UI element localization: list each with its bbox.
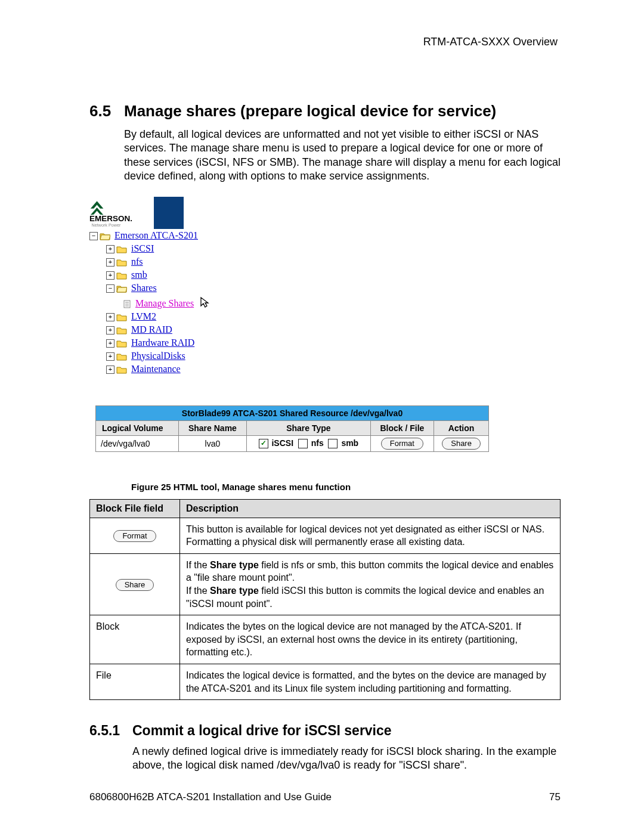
tree-item-iscsi[interactable]: + iSCSI (89, 242, 561, 255)
folder-open-icon (116, 284, 127, 293)
folder-icon (116, 313, 127, 321)
folder-icon (116, 245, 127, 253)
plus-icon[interactable]: + (106, 339, 114, 348)
desc-text-share: If the Share type field is nfs or smb, t… (180, 553, 561, 615)
col-share-name: Share Name (178, 420, 247, 435)
subsection-title: Commit a logical drive for iSCSI service (132, 723, 392, 738)
tree-item-label[interactable]: Hardware RAID (131, 337, 194, 348)
label-smb: smb (341, 438, 358, 448)
running-head: RTM-ATCA-SXXX Overview (89, 36, 561, 48)
resource-table: StorBlade99 ATCA-S201 Shared Resource /d… (95, 405, 489, 452)
tree-item-label[interactable]: PhysicalDisks (131, 351, 185, 361)
plus-icon[interactable]: + (106, 326, 114, 335)
nav-banner-block (154, 197, 184, 229)
tree-item-hwraid[interactable]: + Hardware RAID (89, 336, 561, 349)
tree-item-nfs[interactable]: + nfs (89, 255, 561, 268)
plus-icon[interactable]: + (106, 313, 114, 321)
description-table: Block File field Description Format This… (89, 499, 561, 701)
tree-item-selected-label[interactable]: Manage Shares (135, 298, 194, 308)
plus-icon[interactable]: + (106, 352, 114, 361)
tree-item-label[interactable]: iSCSI (131, 243, 154, 253)
share-button[interactable]: Share (442, 438, 481, 450)
desc-key-format: Format (90, 518, 180, 553)
tree-item-label[interactable]: Maintenance (131, 364, 181, 374)
desc-head-description: Description (180, 499, 561, 518)
tree-item-label[interactable]: nfs (131, 256, 143, 267)
folder-open-icon (100, 232, 110, 240)
cell-action: Share (434, 435, 489, 451)
folder-icon (116, 271, 127, 280)
svg-text:Network Power: Network Power (92, 222, 121, 227)
tree-item-label[interactable]: smb (131, 270, 147, 280)
cell-share-type: ✓ iSCSI nfs smb (247, 435, 370, 451)
plus-icon[interactable]: + (106, 366, 114, 374)
footer-page-number: 75 (549, 791, 561, 803)
plus-icon[interactable]: + (106, 271, 114, 280)
text-bold: Share type (210, 560, 259, 570)
section-title: Manage shares (prepare logical device fo… (124, 102, 496, 120)
checkbox-nfs[interactable] (298, 439, 308, 448)
plus-icon[interactable]: + (106, 258, 114, 267)
folder-icon (116, 366, 127, 374)
desc-text-file: Indicates the logical device is formatte… (180, 664, 561, 699)
col-logical-volume: Logical Volume (96, 420, 179, 435)
nav-tree: EMERSON. Network Power − Emerson ATCA-S2… (89, 197, 561, 376)
plus-icon[interactable]: + (106, 245, 114, 253)
section-number: 6.5 (89, 102, 124, 120)
text: If the (186, 586, 210, 596)
section-paragraph: By default, all logical devices are unfo… (124, 128, 561, 184)
desc-key-block: Block (90, 615, 180, 664)
subsection-heading: 6.5.1Commit a logical drive for iSCSI se… (89, 723, 561, 739)
cell-block-file: Format (370, 435, 434, 451)
tree-root-label[interactable]: Emerson ATCA-S201 (114, 230, 198, 240)
tree-item-label[interactable]: Shares (131, 283, 157, 293)
subsection-number: 6.5.1 (89, 723, 132, 739)
desc-head-field: Block File field (90, 499, 180, 518)
section-heading: 6.5Manage shares (prepare logical device… (89, 102, 561, 120)
tree-item-smb[interactable]: + smb (89, 268, 561, 281)
tree-item-label[interactable]: LVM2 (131, 311, 156, 321)
minus-icon[interactable]: − (106, 284, 114, 293)
emerson-logo: EMERSON. Network Power (89, 199, 143, 227)
tree-item-lvm2[interactable]: + LVM2 (89, 310, 561, 323)
text: If the (186, 560, 210, 570)
text-bold: Share type (210, 586, 259, 596)
desc-key-share: Share (90, 553, 180, 615)
desc-key-file: File (90, 664, 180, 699)
tree-item-maintenance[interactable]: + Maintenance (89, 363, 561, 376)
cell-volume: /dev/vga/lva0 (96, 435, 179, 451)
tree-root[interactable]: − Emerson ATCA-S201 (89, 229, 561, 242)
checkbox-iscsi[interactable]: ✓ (259, 439, 268, 448)
cursor-icon (200, 296, 210, 308)
folder-icon (116, 352, 127, 361)
folder-icon (116, 258, 127, 267)
resource-banner: StorBlade99 ATCA-S201 Shared Resource /d… (96, 405, 489, 420)
tree-item-shares[interactable]: − Shares (89, 281, 561, 295)
col-block-file: Block / File (370, 420, 434, 435)
label-nfs: nfs (311, 438, 324, 448)
format-button[interactable]: Format (381, 438, 423, 450)
folder-icon (116, 339, 127, 348)
tree-item-manage-shares[interactable]: Manage Shares (89, 295, 561, 310)
footer-left: 6806800H62B ATCA-S201 Installation and U… (89, 791, 332, 803)
share-button[interactable]: Share (116, 579, 154, 591)
subsection-paragraph: A newly defined logical drive is immedia… (132, 745, 561, 773)
tree-item-label[interactable]: MD RAID (131, 324, 172, 335)
figure-caption: Figure 25 HTML tool, Manage shares menu … (131, 482, 561, 492)
label-iscsi: iSCSI (271, 438, 293, 448)
checkbox-smb[interactable] (328, 439, 338, 448)
folder-icon (116, 326, 127, 335)
desc-text-format: This button is available for logical dev… (180, 518, 561, 553)
col-action: Action (434, 420, 489, 435)
document-icon (123, 300, 131, 308)
col-share-type: Share Type (247, 420, 370, 435)
desc-text-block: Indicates the bytes on the logical devic… (180, 615, 561, 664)
minus-icon[interactable]: − (89, 232, 98, 240)
page-footer: 6806800H62B ATCA-S201 Installation and U… (89, 791, 561, 803)
tree-item-physicaldisks[interactable]: + PhysicalDisks (89, 349, 561, 363)
tree-item-mdraid[interactable]: + MD RAID (89, 323, 561, 336)
cell-share-name: lva0 (178, 435, 247, 451)
format-button[interactable]: Format (113, 530, 156, 542)
svg-text:EMERSON.: EMERSON. (89, 214, 132, 223)
